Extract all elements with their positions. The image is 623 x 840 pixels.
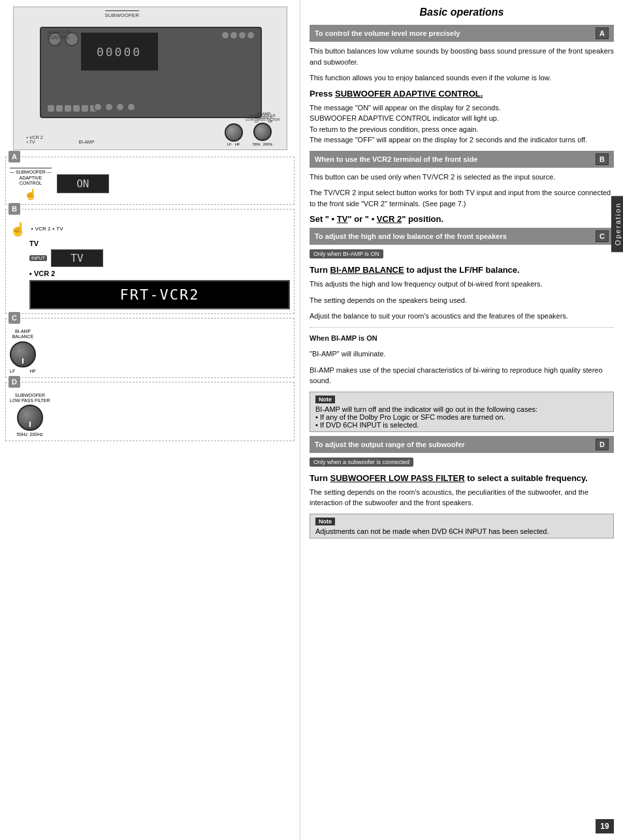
when-bi-amp-heading: When BI-AMP is ON (310, 333, 614, 344)
operation-tab: Operation (611, 196, 623, 252)
left-section-d: D SUBWOOFERLOW PASS FILTER 50Hz 200Hz (5, 382, 295, 442)
note-box-1: Note BI-AMP will turn off and the indica… (310, 392, 614, 432)
section-d-only-badge: Only when a subwoofer is connected (310, 458, 413, 467)
section-a-subwoofer-label: — SUBWOOFER — (10, 168, 52, 174)
section-b-header-text: When to use the VCR2 terminal of the fro… (315, 155, 477, 163)
note-box-2: Note Adjustments can not be made when DV… (310, 514, 614, 538)
section-a-header-bar: To control the volume level more precise… (310, 25, 614, 42)
section-b-vcr-display: FRT-VCR2 (29, 280, 290, 309)
section-a-hand: ☝ (24, 188, 37, 200)
page-title: Basic operations (310, 7, 614, 18)
note1-label: Note (315, 396, 335, 403)
section-c-header-letter: C (596, 230, 609, 242)
section-a-display: ON (57, 174, 109, 193)
left-section-a: A — SUBWOOFER — ADAPTIVECONTROL ☝ ON (5, 157, 295, 205)
section-b-vcr2-row: ▪VCR 2 ▪TV (31, 226, 63, 232)
section-d-dial (17, 405, 43, 431)
section-c-hf: HF (30, 369, 36, 373)
section-b-body1: This button can be used only when TV/VCR… (310, 172, 614, 183)
section-d-header-bar: To adjust the output range of the subwoo… (310, 436, 614, 453)
section-d-label: D (8, 376, 20, 388)
divider-1 (310, 327, 614, 328)
page-number: 19 (596, 819, 614, 833)
section-b-tv-label: TV (29, 240, 290, 247)
section-c-body1: This adjusts the high and low frequency … (310, 279, 614, 290)
section-d-50hz: 50Hz (17, 432, 27, 437)
section-d-200hz: 200Hz (30, 432, 43, 437)
section-c-balance-label: BI-AMPBALANCE (12, 329, 34, 340)
note2-text: Adjustments can not be made when DVD 6CH… (315, 527, 608, 535)
section-b-input-badge: INPUT (29, 255, 47, 261)
left-panel: SUBWOOFER 00000 (0, 0, 300, 840)
section-d-filter-label: SUBWOOFERLOW PASS FILTER (10, 393, 50, 404)
section-c-label: C (8, 312, 20, 324)
device-body: 00000 (40, 27, 262, 118)
section-c-heading: Turn BI-AMP BALANCE to adjust the LF/HF … (310, 265, 614, 275)
section-c-body3: Adjust the balance to suit your room's a… (310, 311, 614, 322)
section-c-header-bar: To adjust the high and low balance of th… (310, 228, 614, 245)
section-d-heading: Turn SUBWOOFER LOW PASS FILTER to select… (310, 473, 614, 483)
section-d-body1: The setting depends on the room's acoust… (310, 487, 614, 508)
when-bi-amp-body2: BI-AMP makes use of the special characte… (310, 365, 614, 386)
section-a-header-text: To control the volume level more precise… (315, 29, 460, 37)
device-diagram: SUBWOOFER 00000 (13, 7, 287, 150)
section-b-body2: The TV/VCR 2 input select button works f… (310, 187, 614, 209)
section-b-header-bar: When to use the VCR2 terminal of the fro… (310, 151, 614, 168)
section-a-heading: Press SUBWOOFER ADAPTIVE CONTROL. (310, 89, 614, 99)
section-b-vcr2-label: ▪ VCR 2 (29, 270, 290, 277)
note2-label: Note (315, 518, 335, 525)
subwoofer-label-top: SUBWOOFER (105, 10, 139, 18)
section-a-body1: This button balances low volume sounds b… (310, 46, 614, 67)
section-c-dial (10, 341, 36, 367)
section-b-header-letter: B (596, 153, 609, 165)
left-section-c: C BI-AMPBALANCE LF HF (5, 318, 295, 378)
section-a-adaptive-label: ADAPTIVECONTROL (20, 176, 42, 187)
section-d-header-letter: D (596, 439, 609, 450)
section-c-only-badge: Only when BI-AMP is ON (310, 249, 383, 258)
section-b-hand: ☝ (10, 221, 26, 237)
subwoofer-dials: LF HF SUBWOOFERLOW PASS FILTER 50Hz 200H… (225, 114, 280, 146)
note1-text: BI-AMP will turn off and the indicator w… (315, 405, 608, 429)
section-a-steps: The message "ON" will appear on the disp… (310, 102, 614, 146)
adaptive-control-label: ADAPTIVECONTROL○ (48, 30, 71, 46)
section-b-set-position: Set " ▪ TV" or " ▪ VCR 2" position. (310, 214, 614, 224)
section-c-header-text: To adjust the high and low balance of th… (315, 232, 507, 240)
section-b-label: B (8, 203, 20, 215)
section-a-body2: This function allows you to enjoy balanc… (310, 72, 614, 84)
section-a-header-letter: A (596, 27, 609, 39)
when-bi-amp-body1: "BI-AMP" will illuminate. (310, 349, 614, 360)
vcr2-diagram-label: ▪ VCR 2▪ TV (27, 135, 43, 144)
section-c-lf: LF (10, 369, 15, 373)
section-c-body2: The setting depends on the speakers bein… (310, 295, 614, 306)
section-d-header-text: To adjust the output range of the subwoo… (315, 441, 465, 448)
right-panel: Basic operations To control the volume l… (300, 0, 623, 840)
bi-amp-diagram-label: BI-AMP (79, 140, 95, 144)
section-b-tv-display: TV (51, 249, 103, 267)
section-a-label: A (8, 151, 20, 163)
left-section-b: B ☝ ▪VCR 2 ▪TV TV INPUT TV ▪ VCR 2 (5, 209, 295, 314)
